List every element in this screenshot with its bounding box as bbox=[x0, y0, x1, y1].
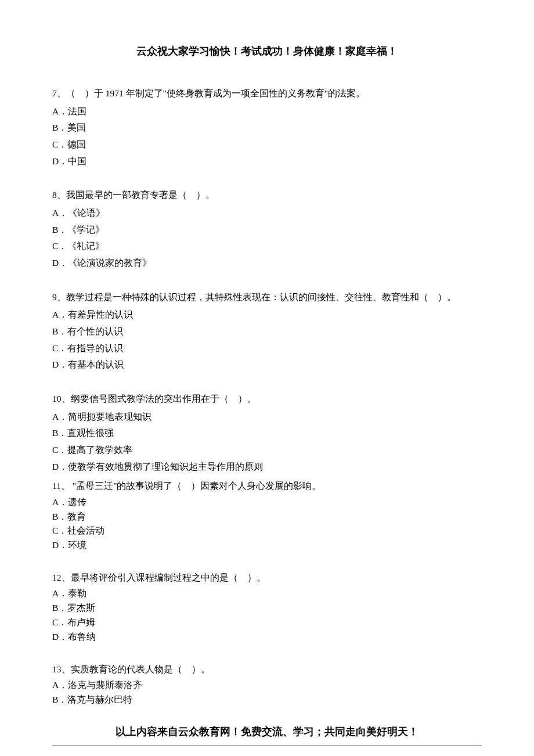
footer-divider bbox=[52, 746, 482, 746]
question-stem: 8、我国最早的一部教育专著是（ ）。 bbox=[52, 187, 482, 204]
page-footer: 以上内容来自云众教育网！免费交流、学习；共同走向美好明天！ bbox=[52, 724, 482, 740]
question-stem: 11、 "孟母三迁"的故事说明了（ ）因素对个人身心发展的影响。 bbox=[52, 478, 482, 494]
question-number: 13、 bbox=[52, 664, 71, 674]
option-b: B．直观性很强 bbox=[52, 425, 482, 442]
option-c: C．提高了教学效率 bbox=[52, 442, 482, 459]
question-text: 最早将评价引入课程编制过程之中的是（ ）。 bbox=[71, 573, 266, 582]
option-a: A．简明扼要地表现知识 bbox=[52, 409, 482, 426]
option-c: C．布卢姆 bbox=[52, 615, 482, 630]
question-number: 10、 bbox=[52, 394, 71, 404]
option-d: D．环境 bbox=[52, 538, 482, 553]
option-c: C．有指导的认识 bbox=[52, 340, 482, 357]
question-10: 10、纲要信号图式教学法的突出作用在于（ ）。 A．简明扼要地表现知识 B．直观… bbox=[52, 391, 482, 475]
question-text: 纲要信号图式教学法的突出作用在于（ ）。 bbox=[71, 394, 257, 404]
option-a: A．《论语》 bbox=[52, 205, 482, 222]
option-d: D．中国 bbox=[52, 153, 482, 170]
option-a: A．有差异性的认识 bbox=[52, 307, 482, 323]
page-header: 云众祝大家学习愉快！考试成功！身体健康！家庭幸福！ bbox=[52, 44, 482, 59]
option-b: B．美国 bbox=[52, 120, 482, 136]
option-b: B．有个性的认识 bbox=[52, 323, 482, 340]
question-7: 7、（ ）于 1971 年制定了"使终身教育成为一项全国性的义务教育"的法案。 … bbox=[52, 85, 482, 170]
option-c: C．《礼记》 bbox=[52, 238, 482, 255]
question-9: 9、教学过程是一种特殊的认识过程，其特殊性表现在：认识的间接性、交往性、教育性和… bbox=[52, 289, 482, 373]
question-stem: 10、纲要信号图式教学法的突出作用在于（ ）。 bbox=[52, 391, 482, 408]
option-a: A．遗传 bbox=[52, 495, 482, 510]
option-b: B．教育 bbox=[52, 510, 482, 524]
option-c: C．社会活动 bbox=[52, 524, 482, 538]
option-b: B．洛克与赫尔巴特 bbox=[52, 693, 482, 707]
question-number: 9、 bbox=[52, 292, 66, 302]
question-text: 实质教育论的代表人物是（ ）。 bbox=[71, 664, 210, 674]
question-stem: 9、教学过程是一种特殊的认识过程，其特殊性表现在：认识的间接性、交往性、教育性和… bbox=[52, 289, 482, 306]
question-text: "孟母三迁"的故事说明了（ ）因素对个人身心发展的影响。 bbox=[70, 481, 322, 491]
option-b: B．罗杰斯 bbox=[52, 601, 482, 615]
option-d: D．《论演说家的教育》 bbox=[52, 255, 482, 272]
option-d: D．使教学有效地贯彻了理论知识起主导作用的原则 bbox=[52, 459, 482, 476]
option-b: B．《学记》 bbox=[52, 222, 482, 239]
option-a: A．泰勒 bbox=[52, 586, 482, 601]
option-c: C．德国 bbox=[52, 136, 482, 153]
option-a: A．法国 bbox=[52, 103, 482, 120]
question-stem: 12、最早将评价引入课程编制过程之中的是（ ）。 bbox=[52, 570, 482, 585]
question-13: 13、实质教育论的代表人物是（ ）。 A．洛克与裴斯泰洛齐 B．洛克与赫尔巴特 bbox=[52, 662, 482, 707]
question-stem: 13、实质教育论的代表人物是（ ）。 bbox=[52, 662, 482, 677]
question-text: 教学过程是一种特殊的认识过程，其特殊性表现在：认识的间接性、交往性、教育性和（ … bbox=[66, 292, 456, 302]
question-8: 8、我国最早的一部教育专著是（ ）。 A．《论语》 B．《学记》 C．《礼记》 … bbox=[52, 187, 482, 271]
question-text: 我国最早的一部教育专著是（ ）。 bbox=[66, 190, 215, 200]
question-11: 11、 "孟母三迁"的故事说明了（ ）因素对个人身心发展的影响。 A．遗传 B．… bbox=[52, 478, 482, 553]
question-12: 12、最早将评价引入课程编制过程之中的是（ ）。 A．泰勒 B．罗杰斯 C．布卢… bbox=[52, 570, 482, 645]
option-a: A．洛克与裴斯泰洛齐 bbox=[52, 678, 482, 693]
option-d: D．有基本的认识 bbox=[52, 357, 482, 373]
option-d: D．布鲁纳 bbox=[52, 630, 482, 645]
question-number: 12、 bbox=[52, 573, 71, 582]
question-number: 11、 bbox=[52, 481, 70, 491]
question-stem: 7、（ ）于 1971 年制定了"使终身教育成为一项全国性的义务教育"的法案。 bbox=[52, 85, 482, 102]
question-number: 7、 bbox=[52, 88, 66, 98]
question-number: 8、 bbox=[52, 190, 66, 200]
question-text: （ ）于 1971 年制定了"使终身教育成为一项全国性的义务教育"的法案。 bbox=[66, 88, 365, 98]
